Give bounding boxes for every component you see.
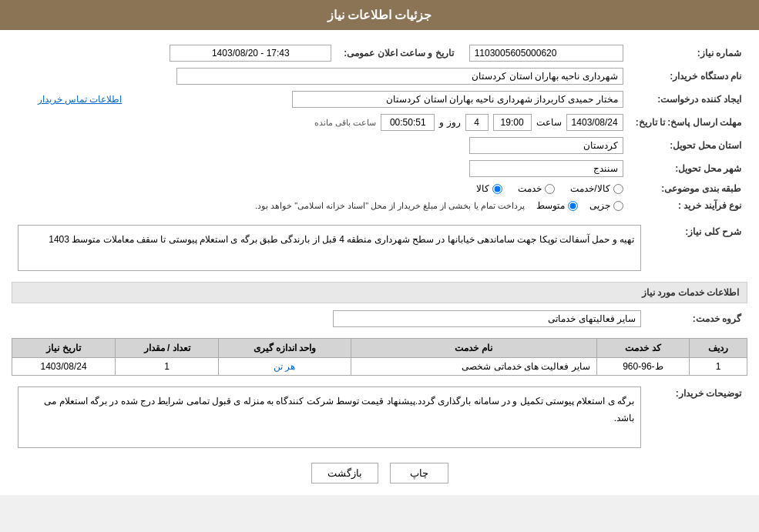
row-noee-farayand: نوع فرآیند خرید : جزیی متوسط پرداخت تمام…	[12, 197, 747, 214]
page-container: جزئیات اطلاعات نیاز شماره نیاز: 11030056…	[0, 0, 759, 495]
services-thead: ردیف کد خدمت نام خدمت واحد اندازه گیری ت…	[12, 339, 747, 358]
services-header-row: ردیف کد خدمت نام خدمت واحد اندازه گیری ت…	[12, 339, 747, 358]
motavasset-label: متوسط	[536, 200, 565, 211]
tarikh-elaan-label: تاریخ و ساعت اعلان عمومی:	[338, 42, 459, 65]
shomara-label: شماره نیاز:	[630, 42, 747, 65]
name-dastgah-value: شهرداری ناحیه بهاران استان کردستان	[176, 68, 623, 85]
saat-baqi-label: ساعت باقی مانده	[314, 118, 376, 128]
radio-kala[interactable]: کالا	[476, 183, 502, 194]
row-shahr: شهر محل تحویل: سنندج	[12, 157, 747, 180]
col-nam: نام خدمت	[351, 339, 596, 358]
col-radif: ردیف	[690, 339, 747, 358]
sharh-label: شرح کلی نیاز:	[647, 222, 747, 274]
col-kod: کد خدمت	[596, 339, 690, 358]
row-name-dastgah: نام دستگاه خریدار: شهرداری ناحیه بهاران …	[12, 65, 747, 88]
services-section-title: اطلاعات خدمات مورد نیاز	[12, 282, 747, 303]
row-tawzih: توضیحات خریدار: برگه ی استعلام پیوستی تک…	[12, 383, 747, 451]
cell-radif: 1	[690, 358, 747, 376]
tawzih-value: برگه ی استعلام پیوستی تکمیل و در سامانه …	[18, 386, 641, 448]
noee-farayand-label: نوع فرآیند خرید :	[630, 197, 747, 214]
shomara-value: 1103005605000620	[469, 45, 623, 62]
row-mohlat: مهلت ارسال پاسخ: تا تاریخ: 1403/08/24 سا…	[12, 111, 747, 134]
row-tabaqe: طبقه بندی موضوعی: کالا/خدمت خدمت	[12, 180, 747, 197]
countdown-value: 00:50:51	[381, 114, 435, 131]
cell-tedad: 1	[116, 358, 219, 376]
saat-label: ساعت	[536, 117, 562, 128]
col-vahed: واحد اندازه گیری	[219, 339, 351, 358]
tarikh-roz-value: 4	[465, 114, 489, 131]
services-table: ردیف کد خدمت نام خدمت واحد اندازه گیری ت…	[12, 338, 747, 376]
shahr-value: سنندج	[469, 160, 623, 177]
tarikh-date-value: 1403/08/24	[566, 114, 623, 131]
row-grooh: گروه خدمت: سایر فعالیتهای خدماتی	[12, 307, 747, 330]
grooh-table: گروه خدمت: سایر فعالیتهای خدماتی	[12, 307, 747, 330]
sharh-value: تهیه و حمل آسفالت توپکا جهت ساماندهی خیا…	[18, 225, 641, 271]
tarikh-elaan-value: 1403/08/20 - 17:43	[170, 45, 331, 62]
cell-vahed: هر تن	[219, 358, 351, 376]
row-shomara: شماره نیاز: 1103005605000620 تاریخ و ساع…	[12, 42, 747, 65]
print-button[interactable]: چاپ	[390, 463, 448, 483]
tawzih-table: توضیحات خریدار: برگه ی استعلام پیوستی تک…	[12, 383, 747, 451]
radio-khidmat[interactable]: خدمت	[518, 183, 555, 194]
cell-kod: ط-96-960	[596, 358, 690, 376]
ijad-label: ایجاد کننده درخواست:	[630, 88, 747, 111]
sharh-table: شرح کلی نیاز: تهیه و حمل آسفالت توپکا جه…	[12, 222, 747, 274]
ettelaat-tamas-link[interactable]: اطلاعات تماس خریدار	[38, 94, 123, 105]
shahr-label: شهر محل تحویل:	[630, 157, 747, 180]
row-ostan: استان محل تحویل: کردستان	[12, 134, 747, 157]
cell-tarikh: 1403/08/24	[12, 358, 116, 376]
grooh-value: سایر فعالیتهای خدماتی	[333, 310, 641, 327]
tawzih-label: توضیحات خریدار:	[647, 383, 747, 451]
col-tarikh: تاریخ نیاز	[12, 339, 116, 358]
grooh-label: گروه خدمت:	[647, 307, 747, 330]
radio-jozi[interactable]: جزیی	[589, 200, 623, 211]
farayand-note: پرداخت تمام یا بخشی از مبلغ خریدار از مح…	[255, 201, 525, 211]
tabaqe-label: طبقه بندی موضوعی:	[630, 180, 747, 197]
table-row: 1 ط-96-960 سایر فعالیت های خدماتی شخصی ه…	[12, 358, 747, 376]
back-button[interactable]: بازگشت	[311, 463, 378, 483]
ostan-label: استان محل تحویل:	[630, 134, 747, 157]
services-tbody: 1 ط-96-960 سایر فعالیت های خدماتی شخصی ه…	[12, 358, 747, 376]
row-ijad: ایجاد کننده درخواست: مختار حمیدی کاربردا…	[12, 88, 747, 111]
tarikh-saat-value: 19:00	[493, 114, 532, 131]
row-sharh: شرح کلی نیاز: تهیه و حمل آسفالت توپکا جه…	[12, 222, 747, 274]
ijad-value: مختار حمیدی کاربرداز شهرداری ناحیه بهارا…	[292, 91, 623, 108]
page-header: جزئیات اطلاعات نیاز	[0, 0, 759, 30]
main-content: شماره نیاز: 1103005605000620 تاریخ و ساع…	[0, 30, 759, 495]
mohlat-label: مهلت ارسال پاسخ: تا تاریخ:	[630, 111, 747, 134]
radio-kala-khidmat[interactable]: کالا/خدمت	[570, 183, 623, 194]
name-dastgah-label: نام دستگاه خریدار:	[630, 65, 747, 88]
cell-nam: سایر فعالیت های خدماتی شخصی	[351, 358, 596, 376]
radio-motavasset[interactable]: متوسط	[536, 200, 578, 211]
info-table: شماره نیاز: 1103005605000620 تاریخ و ساع…	[12, 42, 747, 214]
buttons-row: بازگشت چاپ	[12, 463, 747, 483]
roz-label: روز و	[439, 117, 460, 128]
jozi-label: جزیی	[589, 200, 610, 211]
ostan-value: کردستان	[469, 137, 623, 154]
page-title: جزئیات اطلاعات نیاز	[327, 8, 432, 22]
col-tedad: تعداد / مقدار	[116, 339, 219, 358]
